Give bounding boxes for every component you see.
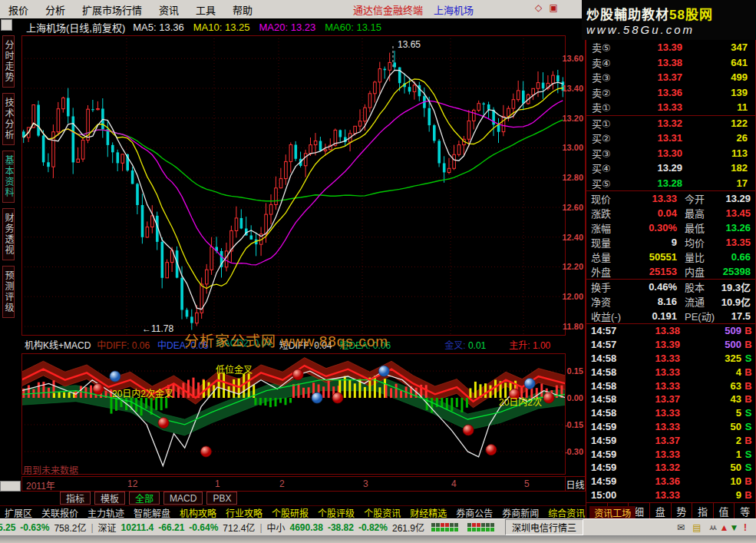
news-tab-主力轨迹[interactable]: 主力轨迹: [83, 506, 129, 519]
price-tick: 13.60: [562, 54, 583, 63]
menu-item[interactable]: 扩展市场行情: [82, 2, 142, 17]
status-segment: 4690.38: [290, 522, 323, 533]
level-price: 13.33: [627, 101, 682, 113]
info-row: 涨跌0.04最高13.45: [586, 206, 755, 220]
tick-row: 14:5813.33325S: [586, 352, 755, 366]
level-label: 卖⑤: [586, 40, 627, 55]
signal-cell: [472, 528, 476, 531]
quote-tab-盘[interactable]: 盘: [650, 503, 672, 518]
indicator-tab-全部[interactable]: 全部: [129, 492, 160, 505]
indicator-tab-PBX[interactable]: PBX: [206, 492, 237, 505]
time-tick: 2011年: [26, 478, 55, 492]
tick-time: 14:58: [586, 366, 626, 378]
news-tab-智能解盘[interactable]: 智能解盘: [129, 506, 175, 519]
news-tab-财经精选[interactable]: 财经精选: [405, 506, 451, 519]
sidebar-tab-财务透视[interactable]: 财务透视: [2, 208, 15, 260]
tick-volume: 50: [680, 462, 741, 473]
price-tick: 13.00: [562, 143, 583, 152]
menu-item[interactable]: 资讯: [159, 2, 179, 17]
info-label: 现价: [586, 191, 632, 206]
indicator-tab-指标[interactable]: 指标: [60, 492, 91, 505]
signal-cell: [450, 523, 454, 527]
money-icon[interactable]: ▤: [691, 522, 703, 532]
alert-icon[interactable]: !: [739, 522, 751, 532]
news-tab-关联报价[interactable]: 关联报价: [37, 506, 83, 519]
window-split-icons[interactable]: ◇ ▣: [535, 2, 560, 13]
menu-item[interactable]: 报价: [8, 2, 28, 17]
news-tab-券商公告[interactable]: 券商公告: [451, 506, 497, 519]
signal-cell: [431, 528, 435, 531]
sidebar-tab-分时走势[interactable]: 分时走势: [2, 35, 15, 88]
tick-price: 13.32: [626, 462, 680, 473]
sidebar-bottom-grip[interactable]: [0, 481, 21, 492]
tick-row: 14:5813.3363B: [586, 379, 755, 392]
level-volume: 113: [682, 147, 755, 159]
menu-item[interactable]: 分析: [45, 2, 65, 17]
price-tick: 11.80: [563, 322, 583, 331]
tick-time: 14:58: [586, 393, 626, 405]
quote-tab-值[interactable]: 值: [714, 503, 735, 518]
left-sidebar: 分时走势技术分析基本资料财务透视预测评级: [0, 18, 21, 492]
news-tab-综合资讯[interactable]: 综合资讯: [543, 506, 589, 519]
level-label: 卖③: [586, 70, 627, 84]
chart-title: 上海机场(日线,前复权): [26, 20, 125, 35]
status-segment: 758.2亿: [54, 521, 86, 534]
tick-volume: 10: [680, 475, 741, 487]
info-label: 涨跌: [586, 206, 632, 220]
quote-info: 现价13.33今开13.29涨跌0.04最高13.45涨幅0.30%最低13.2…: [586, 190, 755, 279]
info-label: 换手: [586, 280, 632, 294]
quote-level-row: 买⑤13.2817: [586, 176, 755, 191]
news-tab-资讯工场[interactable]: 资讯工场: [589, 506, 636, 519]
candlestick-chart[interactable]: 13.65←11.78: [21, 35, 566, 336]
mail-icon[interactable]: ✉: [675, 522, 687, 532]
news-tab-机构攻略[interactable]: 机构攻略: [175, 506, 221, 519]
info-row: 现价13.33今开13.29: [586, 191, 755, 206]
signal-icon[interactable]: ㅆ: [707, 522, 719, 532]
info-value: 0.191: [632, 310, 677, 322]
info-label: 涨幅: [586, 220, 632, 235]
quote-tab-等[interactable]: 等: [735, 503, 755, 518]
menu-item[interactable]: 工具: [196, 2, 216, 17]
news-tab-扩展区[interactable]: 扩展区: [0, 506, 37, 519]
macd-tick: -0.30: [564, 447, 583, 456]
info-row: 涨幅0.30%最低13.26: [586, 220, 755, 235]
quote-tab-势[interactable]: 势: [672, 503, 693, 518]
quote-tab-指[interactable]: 指: [692, 503, 714, 518]
quote-level-row: 卖②13.36139: [586, 85, 755, 101]
news-tab-券商新闻[interactable]: 券商新闻: [497, 506, 543, 519]
info-row: 收益(-)0.191PE(动)17.5: [586, 309, 755, 323]
quote-host[interactable]: 深圳电信行情三: [505, 519, 583, 535]
tick-price: 13.33: [626, 407, 680, 419]
menu-item[interactable]: 帮助: [233, 2, 253, 17]
svg-text:13.65: 13.65: [398, 39, 421, 50]
signal-block-2: [467, 523, 494, 531]
indicator-name: 机构K线+MACD: [25, 338, 91, 351]
news-tab-行业攻略[interactable]: 行业攻略: [221, 506, 267, 519]
tick-side: B: [741, 325, 755, 336]
news-tab-个股研报[interactable]: 个股研报: [267, 506, 313, 519]
macd-tick: 0.15: [567, 366, 583, 376]
news-tab-个股资讯[interactable]: 个股资讯: [359, 506, 405, 519]
sidebar-grip[interactable]: [1, 19, 12, 31]
news-tab-个股评级[interactable]: 个股评级: [313, 506, 359, 519]
price-tick: 13.20: [562, 114, 583, 123]
signal-cell: [467, 528, 471, 531]
sidebar-tab-预测评级[interactable]: 预测评级: [2, 266, 15, 318]
sidebar-tab-技术分析[interactable]: 技术分析: [2, 93, 15, 145]
indicator-tab-模板[interactable]: 模板: [94, 492, 125, 505]
tick-row: 14:5813.334B: [586, 365, 755, 379]
info-label: 现量: [586, 235, 632, 250]
updown-icon[interactable]: ▲▼: [723, 522, 735, 532]
macd-pane[interactable]: [21, 353, 566, 475]
current-stock-name: 上海机场: [434, 2, 474, 17]
tick-list: 14:5713.38509B14:5713.39500B14:5813.3332…: [586, 323, 755, 502]
tick-row: 15:0013.339B: [586, 488, 755, 502]
level-volume: 641: [682, 57, 755, 68]
level-price: 13.38: [627, 57, 682, 68]
period-label[interactable]: 日线: [565, 477, 585, 491]
quote-level-row: 卖①13.3311: [586, 100, 755, 115]
sidebar-tab-基本资料[interactable]: 基本资料: [2, 151, 15, 203]
indicator-tab-MACD[interactable]: MACD: [163, 492, 203, 505]
level-volume: 17: [682, 177, 755, 189]
status-bar: 5.25-0.63%758.2亿|深证10211.4-66.21-0.64%71…: [0, 518, 756, 535]
